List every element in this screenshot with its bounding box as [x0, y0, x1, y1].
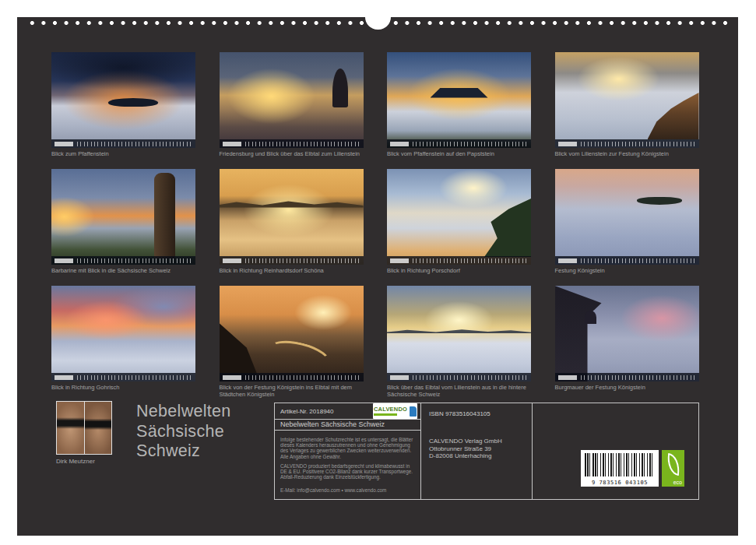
- month-photo: [387, 286, 531, 382]
- month-caption: Festung Königstein: [555, 267, 699, 274]
- calvendo-logo-text: CALVENDO: [374, 406, 407, 416]
- day-number-row: [77, 258, 192, 263]
- month-label-box: [55, 375, 73, 380]
- calendar-month-thumbnail: Blick über das Elbtal vom Lilienstein au…: [387, 286, 531, 403]
- title-line-2: Sächsische: [136, 422, 231, 442]
- calendar-month-thumbnail: Friedensburg und Blick über das Elbtal z…: [220, 52, 364, 169]
- day-number-row: [77, 375, 192, 380]
- author-face-left: [57, 402, 85, 454]
- month-photo: [51, 286, 195, 382]
- month-caption: Blick in Richtung Gohrisch: [51, 384, 195, 391]
- month-caption: Blick zum Pfaffenstein: [51, 150, 195, 157]
- legal-text-block: Infolge bestehender Schutzrechte ist es …: [275, 431, 420, 499]
- month-photo: [220, 169, 364, 265]
- publisher-line-1: CALVENDO Verlag GmbH: [429, 438, 524, 445]
- day-number-row: [413, 142, 527, 146]
- month-caption: Blick vom Lilienstein zur Festung Königs…: [555, 150, 699, 157]
- day-number-row: [245, 258, 360, 263]
- calendar-book-icon: [410, 406, 417, 417]
- month-label-box: [223, 375, 241, 380]
- eco-label: eco: [673, 480, 682, 485]
- month-caption: Blick von der Festung Königstein ins Elb…: [220, 384, 364, 398]
- author-photo: [56, 401, 112, 455]
- calendar-month-thumbnail: Blick vom Pfaffenstein auf den Papststei…: [387, 52, 531, 169]
- month-label-box: [558, 142, 577, 146]
- legal-paragraph-1: Infolge bestehender Schutzrechte ist es …: [280, 437, 415, 459]
- calendar-month-thumbnail: Blick von der Festung Königstein ins Elb…: [220, 286, 364, 403]
- month-photo: [555, 286, 699, 382]
- mini-calendar-strip: [51, 139, 195, 148]
- page-background: Blick zum Pfaffenstein Friedensburg und …: [0, 0, 756, 545]
- legal-paragraph-2: CALVENDO produziert bedarfsgerecht und k…: [280, 463, 415, 480]
- month-photo: [220, 286, 364, 382]
- day-number-row: [245, 375, 360, 380]
- calendar-month-thumbnail: Blick vom Lilienstein zur Festung Königs…: [555, 52, 699, 169]
- calvendo-logo: CALVENDO: [373, 403, 417, 419]
- mini-calendar-strip: [555, 139, 699, 148]
- month-caption: Blick in Richtung Reinhardtsdorf Schöna: [220, 267, 364, 274]
- mini-calendar-strip: [51, 373, 195, 382]
- day-number-row: [581, 142, 695, 146]
- month-caption: Friedensburg und Blick über das Elbtal z…: [220, 150, 364, 157]
- month-label-box: [390, 258, 409, 263]
- author-face-right: [85, 402, 112, 454]
- day-number-row: [581, 375, 695, 380]
- month-label-box: [55, 142, 73, 146]
- month-photo: [387, 169, 531, 265]
- info-column-product: Artikel-Nr. 2018940 CALVENDO Nebelwelten…: [275, 403, 421, 499]
- publisher-line-2: Ottobrunner Straße 39: [429, 445, 524, 453]
- product-title-cell: Nebelwelten Sächsische Schweiz: [275, 420, 420, 431]
- day-number-row: [413, 375, 527, 380]
- calvendo-tagline-bar: [374, 413, 397, 416]
- month-label-box: [558, 375, 577, 380]
- mini-calendar-strip: [387, 256, 531, 265]
- month-photo: [555, 169, 699, 265]
- month-label-box: [223, 258, 241, 263]
- month-photo: [555, 52, 699, 148]
- mini-calendar-strip: [220, 139, 364, 148]
- page-title: Nebelwelten Sächsische Schweiz: [136, 402, 231, 462]
- barcode: 9 783516 043105: [581, 450, 659, 487]
- mini-calendar-strip: [220, 373, 364, 382]
- month-photo: [51, 52, 195, 148]
- title-line-1: Nebelwelten: [136, 402, 231, 422]
- publisher-address: CALVENDO Verlag GmbH Ottobrunner Straße …: [429, 438, 524, 460]
- author-name: Dirk Meutzner: [56, 458, 95, 465]
- info-column-publisher: ISBN 9783516043105 CALVENDO Verlag GmbH …: [421, 403, 533, 499]
- publisher-line-3: D-82008 Unterhaching: [429, 452, 524, 460]
- leaf-icon: [665, 453, 682, 476]
- article-number: Artikel-Nr. 2018940: [280, 408, 333, 415]
- calvendo-wordmark: CALVENDO: [374, 406, 407, 413]
- month-label-box: [390, 142, 409, 146]
- month-label-box: [390, 375, 409, 380]
- email-line: E-Mail: info@calvendo.com • www.calvendo…: [280, 487, 415, 493]
- calendar-month-thumbnail: Blick in Richtung Porschdorf: [387, 169, 531, 286]
- calendar-month-thumbnail: Barbarine mit Blick in die Sächsische Sc…: [51, 169, 195, 286]
- calendar-back-page: Blick zum Pfaffenstein Friedensburg und …: [17, 17, 738, 536]
- month-caption: Burgmauer der Festung Königstein: [555, 384, 699, 391]
- eco-logo: eco: [662, 450, 684, 487]
- month-photo: [220, 52, 364, 148]
- mini-calendar-strip: [51, 256, 195, 265]
- calendar-month-thumbnail: Blick in Richtung Reinhardtsdorf Schöna: [220, 169, 364, 286]
- mini-calendar-strip: [555, 256, 699, 265]
- month-photo: [387, 52, 531, 148]
- day-number-row: [77, 142, 192, 146]
- hanger-notch-icon: [365, 17, 391, 30]
- mini-calendar-strip: [387, 373, 531, 382]
- mini-calendar-strip: [220, 256, 364, 265]
- calendar-month-thumbnail: Burgmauer der Festung Königstein: [555, 286, 699, 403]
- month-caption: Barbarine mit Blick in die Sächsische Sc…: [51, 267, 195, 274]
- month-label-box: [223, 142, 241, 146]
- month-caption: Blick vom Pfaffenstein auf den Papststei…: [387, 150, 531, 157]
- calendar-month-thumbnail: Blick zum Pfaffenstein: [51, 52, 195, 169]
- day-number-row: [413, 258, 527, 263]
- month-caption: Blick über das Elbtal vom Lilienstein au…: [387, 384, 531, 398]
- calendar-month-thumbnail: Blick in Richtung Gohrisch: [51, 286, 195, 403]
- info-panel: Artikel-Nr. 2018940 CALVENDO Nebelwelten…: [274, 403, 699, 500]
- info-column-barcode: 9 783516 043105 eco: [533, 403, 698, 499]
- title-line-3: Schweiz: [136, 441, 231, 462]
- month-label-box: [55, 258, 73, 263]
- month-label-box: [558, 258, 577, 263]
- mini-calendar-strip: [555, 373, 699, 382]
